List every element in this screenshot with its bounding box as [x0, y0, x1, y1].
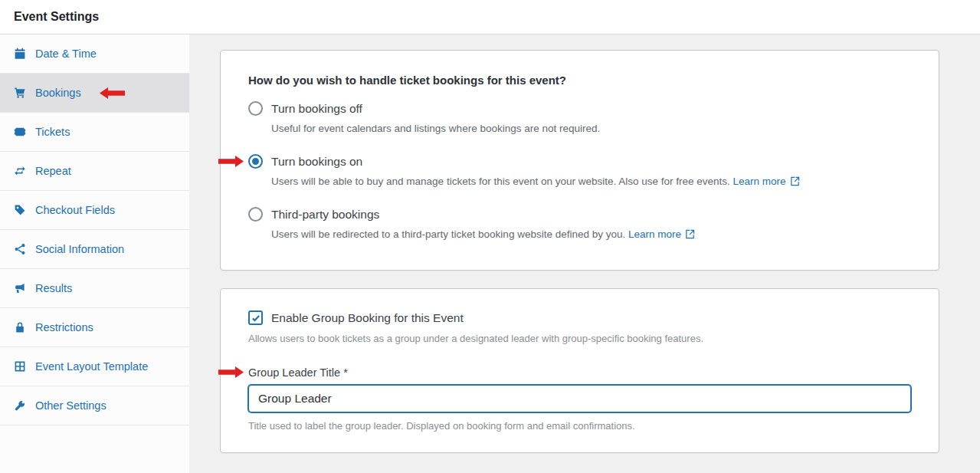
group-booking-panel: Enable Group Booking for this Event Allo…: [220, 288, 939, 453]
sidebar-item-other-settings[interactable]: Other Settings: [0, 386, 189, 425]
learn-more-link[interactable]: Learn more: [733, 176, 786, 187]
external-link-icon: [790, 176, 800, 186]
cart-icon: [14, 87, 26, 99]
red-arrow-right-annotation: [218, 366, 244, 378]
option-description: Users will be able to buy and manage tic…: [271, 172, 800, 191]
sidebar-item-results[interactable]: Results: [0, 269, 189, 308]
booking-handling-panel: How do you wish to handle ticket booking…: [220, 50, 939, 271]
external-link-icon: [685, 229, 695, 239]
ticket-icon: [14, 126, 26, 138]
radio-option-third-party-bookings[interactable]: Third-party bookings Users will be redir…: [248, 206, 911, 244]
option-description: Users will be redirected to a third-part…: [271, 225, 695, 244]
lock-icon: [14, 321, 26, 333]
learn-more-link[interactable]: Learn more: [628, 228, 681, 240]
wrench-icon: [14, 399, 26, 412]
red-arrow-right-annotation: [218, 156, 244, 167]
share-icon: [14, 243, 26, 255]
option-body: Turn bookings on Users will be able to b…: [271, 153, 800, 191]
red-arrow-left-annotation: [100, 87, 125, 99]
sidebar-item-repeat[interactable]: Repeat: [0, 152, 189, 191]
group-booking-checkbox[interactable]: [248, 310, 263, 325]
option-label[interactable]: Third-party bookings: [271, 206, 695, 222]
group-booking-help-text: Allows users to book tickets as a group …: [248, 332, 911, 345]
sidebar-item-label: Other Settings: [35, 399, 107, 412]
sidebar-item-checkout-fields[interactable]: Checkout Fields: [0, 191, 189, 230]
radio-option-turn-bookings-off[interactable]: Turn bookings off Useful for event calen…: [248, 100, 911, 138]
sidebar-item-social-information[interactable]: Social Information: [0, 230, 189, 269]
tag-icon: [14, 204, 26, 216]
radio-button-bookings-on[interactable]: [248, 154, 263, 169]
sidebar-item-label: Event Layout Template: [35, 360, 148, 373]
option-description: Useful for event calendars and listings …: [271, 119, 600, 138]
sidebar-item-restrictions[interactable]: Restrictions: [0, 308, 189, 347]
sidebar-item-date-time[interactable]: Date & Time: [0, 34, 189, 74]
calendar-icon: [14, 48, 26, 60]
booking-question: How do you wish to handle ticket booking…: [248, 74, 911, 87]
megaphone-icon: [14, 282, 26, 294]
page-title: Event Settings: [14, 10, 99, 24]
sidebar-item-event-layout-template[interactable]: Event Layout Template: [0, 347, 189, 386]
sidebar-item-label: Results: [35, 282, 72, 294]
checkbox-label[interactable]: Enable Group Booking for this Event: [271, 311, 464, 325]
option-body: Turn bookings off Useful for event calen…: [271, 100, 600, 138]
sidebar-item-label: Tickets: [35, 126, 70, 138]
enable-group-booking-row[interactable]: Enable Group Booking for this Event: [248, 310, 911, 325]
sidebar-item-label: Repeat: [35, 165, 71, 177]
group-leader-title-label-row: Group Leader Title *: [248, 366, 911, 379]
repeat-icon: [14, 165, 26, 177]
sidebar-item-bookings[interactable]: Bookings: [0, 74, 189, 113]
sidebar-item-label: Date & Time: [35, 48, 97, 60]
group-leader-title-help: Title used to label the group leader. Di…: [248, 419, 911, 432]
main-layout: Date & Time Bookings Tickets Repeat: [0, 34, 980, 473]
radio-button-bookings-off[interactable]: [248, 101, 263, 116]
sidebar-item-label: Checkout Fields: [35, 204, 115, 216]
settings-content: How do you wish to handle ticket booking…: [189, 34, 980, 473]
settings-sidebar: Date & Time Bookings Tickets Repeat: [0, 34, 189, 473]
sidebar-item-label: Social Information: [35, 243, 124, 255]
option-body: Third-party bookings Users will be redir…: [271, 206, 695, 244]
sidebar-item-label: Bookings: [35, 87, 81, 99]
option-label[interactable]: Turn bookings off: [271, 100, 600, 117]
group-leader-title-label: Group Leader Title *: [248, 366, 348, 379]
option-description-text: Users will be redirected to a third-part…: [271, 228, 625, 240]
radio-button-third-party[interactable]: [248, 207, 263, 222]
option-description-text: Useful for event calendars and listings …: [271, 123, 600, 134]
option-label[interactable]: Turn bookings on: [271, 153, 800, 169]
sidebar-item-label: Restrictions: [35, 321, 93, 333]
layout-icon: [14, 360, 26, 373]
radio-option-turn-bookings-on[interactable]: Turn bookings on Users will be able to b…: [248, 153, 911, 191]
group-leader-title-input[interactable]: [248, 385, 911, 412]
sidebar-item-tickets[interactable]: Tickets: [0, 113, 189, 152]
option-description-text: Users will be able to buy and manage tic…: [271, 176, 730, 187]
page-header: Event Settings: [0, 0, 980, 34]
